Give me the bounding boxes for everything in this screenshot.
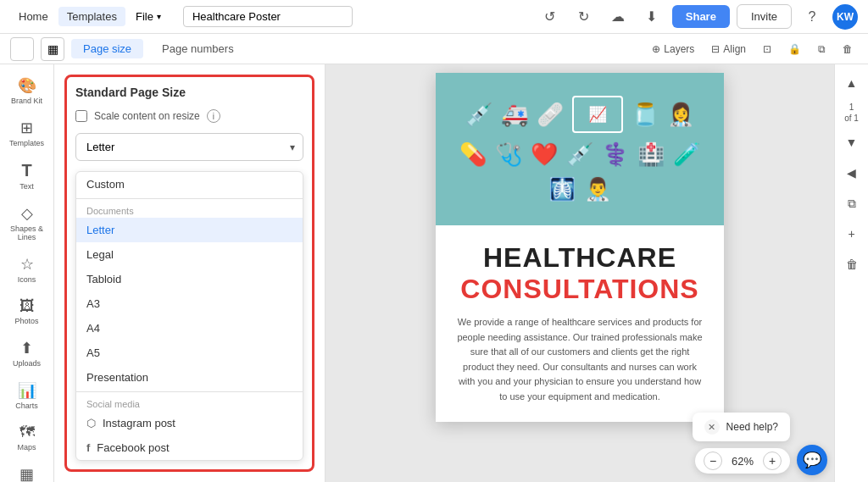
- page-size-tab[interactable]: Page size: [71, 39, 143, 58]
- sidebar-item-photos[interactable]: 🖼 Photos: [3, 292, 51, 330]
- sidebar-item-label: Photos: [14, 317, 38, 325]
- brand-icon: 🎨: [18, 76, 36, 95]
- sidebar-item-icons[interactable]: ☆ Icons: [3, 250, 51, 289]
- add-page-icon[interactable]: +: [840, 222, 864, 246]
- scale-content-checkbox[interactable]: [75, 110, 87, 122]
- invite-button[interactable]: Invite: [737, 4, 792, 29]
- poster-header: 💉 🚑 🩹 📈 🫙 👩‍⚕️ 💊 🩺 ❤️ 💉 ⚕️ 🏥 🧪 🩻: [436, 73, 724, 225]
- scroll-up-icon[interactable]: ▲: [840, 71, 864, 95]
- zoom-out-button[interactable]: −: [704, 452, 722, 470]
- topbar-nav: Home Templates File ▾: [10, 7, 170, 26]
- panel-title: Standard Page Size: [75, 86, 303, 99]
- dropdown-item-instagram[interactable]: ⬡ Instagram post: [76, 411, 303, 435]
- sidebar: 🎨 Brand Kit ⊞ Templates T Text ◇ Shapes …: [0, 64, 54, 482]
- help-tooltip: ✕ Need help?: [693, 413, 790, 441]
- poster-title-line2: CONSULTATIONS: [456, 274, 704, 305]
- panel-highlight-box: Standard Page Size Scale content on resi…: [64, 75, 314, 472]
- dropdown-item-a4[interactable]: A4: [76, 316, 303, 341]
- share-button[interactable]: Share: [672, 5, 730, 28]
- scale-content-row: Scale content on resize i: [75, 109, 303, 123]
- dropdown-group-social: Social media: [76, 394, 303, 411]
- sidebar-item-brand[interactable]: 🎨 Brand Kit: [3, 71, 51, 110]
- resize-icon[interactable]: ⊡: [758, 41, 776, 58]
- uploads-icon: ⬆: [20, 339, 33, 357]
- page-total: of 1: [844, 113, 859, 124]
- page-size-select[interactable]: Letter: [75, 133, 303, 161]
- layers-button[interactable]: ⊕ Layers: [647, 41, 699, 58]
- charts-icon: 📊: [18, 381, 36, 400]
- align-icon: ⊟: [711, 43, 720, 55]
- dropdown-item-facebook[interactable]: f Facebook post: [76, 435, 303, 460]
- nav-home[interactable]: Home: [10, 7, 57, 26]
- text-icon: T: [21, 161, 31, 180]
- dropdown-item-legal[interactable]: Legal: [76, 242, 303, 267]
- red-arrow-indicator: ▲: [64, 479, 314, 482]
- dropdown-item-presentation[interactable]: Presentation: [76, 365, 303, 390]
- grid-toggle[interactable]: ▦: [41, 37, 64, 61]
- sidebar-item-label: Templates: [9, 139, 44, 147]
- canvas-area[interactable]: 💉 🚑 🩹 📈 🫙 👩‍⚕️ 💊 🩺 ❤️ 💉 ⚕️ 🏥 🧪 🩻: [326, 64, 834, 482]
- help-icon[interactable]: ?: [798, 3, 826, 30]
- copy-icon[interactable]: ⧉: [840, 191, 864, 215]
- download-icon[interactable]: ⬇: [638, 3, 665, 30]
- page-size-select-wrapper: Letter ▾: [75, 133, 303, 161]
- document-title-input[interactable]: [183, 6, 353, 27]
- page-size-panel: Standard Page Size Scale content on resi…: [54, 64, 326, 482]
- poster-title-line1: HEALTHCARE: [456, 242, 704, 274]
- sidebar-item-uploads[interactable]: ⬆ Uploads: [3, 334, 51, 373]
- zoom-bar: − 62% +: [695, 448, 790, 474]
- maps-icon: 🗺: [19, 424, 35, 441]
- info-icon[interactable]: i: [207, 109, 220, 123]
- undo-icon[interactable]: ↺: [537, 3, 564, 30]
- topbar: Home Templates File ▾ ↺ ↻ ☁ ⬇ Share Invi…: [0, 0, 868, 34]
- toolbar-strip: ▦ Page size Page numbers ⊕ Layers ⊟ Alig…: [0, 34, 868, 64]
- nav-templates[interactable]: Templates: [58, 7, 125, 26]
- page-numbers-tab[interactable]: Page numbers: [150, 39, 246, 58]
- topbar-icons: ↺ ↻ ☁ ⬇ Share Invite ? KW: [537, 3, 858, 30]
- zoom-in-button[interactable]: +: [763, 452, 782, 470]
- page-current: 1: [844, 102, 859, 113]
- frame-toggle[interactable]: [10, 37, 34, 61]
- collapse-icon[interactable]: ◀: [840, 161, 864, 185]
- sidebar-item-text[interactable]: T Text: [3, 156, 51, 196]
- redo-icon[interactable]: ↻: [570, 3, 598, 30]
- right-panel: ▲ 1 of 1 ▼ ◀ ⧉ + 🗑: [834, 64, 868, 482]
- sidebar-item-templates[interactable]: ⊞ Templates: [3, 114, 51, 152]
- sidebar-item-maps[interactable]: 🗺 Maps: [3, 418, 51, 457]
- sidebar-item-shapes[interactable]: ◇ Shapes & Lines: [3, 199, 51, 247]
- delete-icon[interactable]: 🗑: [837, 41, 858, 58]
- align-button[interactable]: ⊟ Align: [706, 41, 751, 58]
- dropdown-item-custom[interactable]: Custom: [76, 172, 303, 197]
- sidebar-item-label: Uploads: [13, 359, 41, 368]
- avatar[interactable]: KW: [832, 4, 858, 30]
- tooltip-close-icon[interactable]: ✕: [704, 419, 720, 435]
- sidebar-item-qrcode[interactable]: ▦ QR Code: [3, 460, 51, 482]
- help-tooltip-label: Need help?: [726, 421, 778, 433]
- instagram-icon: ⬡: [86, 417, 96, 429]
- scroll-down-icon[interactable]: ▼: [840, 130, 864, 154]
- main-layout: 🎨 Brand Kit ⊞ Templates T Text ◇ Shapes …: [0, 64, 868, 482]
- scale-content-label: Scale content on resize: [94, 110, 200, 122]
- duplicate-icon[interactable]: ⧉: [813, 41, 831, 58]
- layers-icon: ⊕: [652, 43, 660, 55]
- facebook-icon: f: [86, 441, 90, 454]
- chat-bubble[interactable]: 💬: [797, 445, 827, 475]
- sidebar-item-label: Maps: [17, 443, 36, 452]
- delete-page-icon[interactable]: 🗑: [840, 252, 864, 276]
- divider2: [76, 391, 303, 392]
- lock-icon[interactable]: 🔒: [783, 41, 806, 58]
- cloud-icon[interactable]: ☁: [604, 3, 632, 30]
- dropdown-item-letter[interactable]: Letter: [76, 218, 303, 242]
- dropdown-item-a5[interactable]: A5: [76, 341, 303, 365]
- sidebar-item-label: Icons: [18, 275, 36, 284]
- sidebar-item-charts[interactable]: 📊 Charts: [3, 376, 51, 415]
- templates-icon: ⊞: [20, 119, 33, 137]
- sidebar-item-label: Text: [19, 182, 34, 191]
- sidebar-item-label: Charts: [15, 402, 38, 410]
- arrow-up-icon: ▲: [170, 476, 210, 482]
- dropdown-item-a3[interactable]: A3: [76, 291, 303, 316]
- nav-file[interactable]: File ▾: [127, 7, 170, 26]
- page-indicator: 1 of 1: [844, 102, 859, 124]
- dropdown-item-tabloid[interactable]: Tabloid: [76, 267, 303, 291]
- sidebar-item-label: Shapes & Lines: [7, 224, 47, 241]
